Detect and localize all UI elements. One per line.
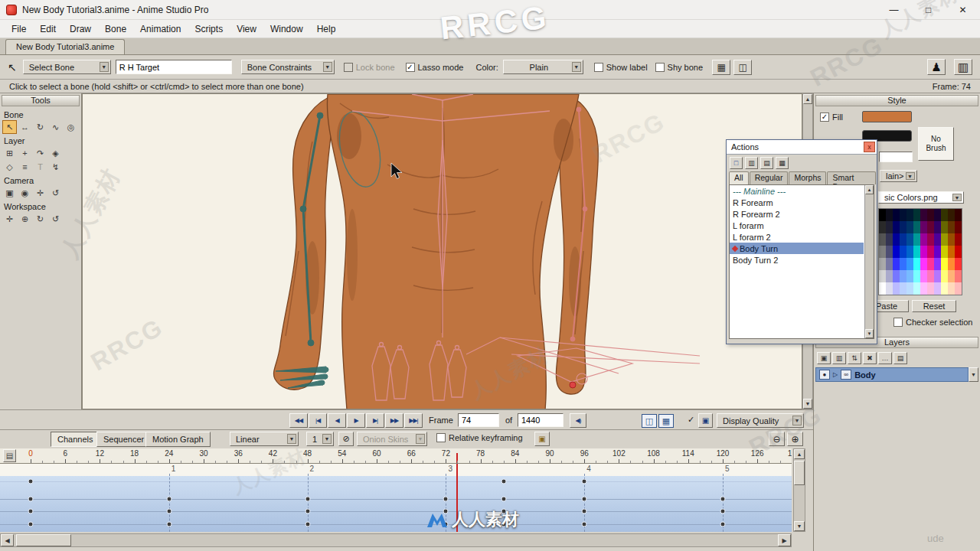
swatch-file-dropdown[interactable]: sic Colors.png ▼ [878,191,964,204]
palette-swatch[interactable] [900,209,906,221]
step-dropdown[interactable]: 1 ▼ [306,432,334,446]
swatch-name-dropdown[interactable]: lain> ▼ [880,170,917,182]
palette-swatch[interactable] [913,258,920,270]
layer-grid-tool[interactable]: ⊞ [2,146,17,160]
palette-swatch[interactable] [900,282,906,295]
scroll-left-icon[interactable]: ◀ [1,534,14,546]
palette-swatch[interactable] [900,246,906,258]
lock-bone-checkbox[interactable]: Lock bone [344,63,395,72]
show-label-box[interactable] [594,63,603,72]
palette-swatch[interactable] [879,246,886,258]
palette-swatch[interactable] [927,233,934,246]
delete-layer-button[interactable]: ✖ [863,352,877,364]
actions-tab-morphs[interactable]: Morphs [789,171,826,184]
timeline-zoom-out-button[interactable]: ⊖ [769,432,785,446]
scroll-up-icon[interactable]: ▲ [803,94,812,104]
grid-view-button[interactable]: ▦ [658,414,674,428]
action-item[interactable]: L forarm 2 [730,231,864,243]
go-start-button[interactable]: ◀◀ [289,413,308,428]
timeline-ruler[interactable]: ▤ 06121824303642485460667278849096102108… [0,448,792,464]
actions-tab-smart-bones[interactable]: Smart Bones [827,171,876,184]
rotate-workspace-tool[interactable]: ↻ [33,212,47,226]
palette-swatch[interactable] [955,221,962,233]
palette-swatch[interactable] [955,270,962,282]
palette-swatch[interactable] [941,270,948,282]
magnet-tool[interactable]: ◈ [48,146,63,160]
scroll-up-icon[interactable]: ▲ [865,185,874,194]
palette-swatch[interactable] [934,258,941,270]
proxy-button[interactable]: ▣ [698,413,713,428]
keyframe-dot[interactable] [305,509,310,514]
palette-swatch[interactable] [893,246,900,258]
timeline-vscrollbar[interactable]: ▲ ▼ [793,448,805,532]
keyframe-dot[interactable] [28,522,34,527]
prev-keyframe-button[interactable]: |◀ [309,413,327,428]
checker-box[interactable] [893,318,903,327]
library-button[interactable]: ▥ [954,59,972,75]
palette-swatch[interactable] [948,246,955,258]
document-tab[interactable]: New Body Tutorial3.anime [5,39,125,54]
palette-swatch[interactable] [886,282,893,295]
scroll-right-icon[interactable]: ▶ [778,534,791,546]
palette-swatch[interactable] [886,209,893,221]
keyframe-dot[interactable] [443,509,449,514]
keyframe-dot[interactable] [28,497,34,502]
palette-swatch[interactable] [920,209,927,221]
play-button[interactable]: ▶ [347,413,365,428]
actions-close-button[interactable]: x [864,142,875,152]
eyedropper-tool[interactable]: ↯ [48,160,63,174]
keyframe-dot[interactable] [443,522,449,527]
fill-checkbox[interactable]: ✓ Fill [820,112,843,122]
palette-swatch[interactable] [906,221,913,233]
new-action-button[interactable]: □ [730,157,743,169]
reset-button[interactable]: Reset [912,300,956,312]
menu-window[interactable]: Window [263,20,310,38]
zoom-workspace-tool[interactable]: ⊕ [18,212,32,226]
menu-bone[interactable]: Bone [98,20,133,38]
display-quality-dropdown[interactable]: Display Quality ▼ [717,413,804,428]
palette-swatch[interactable] [920,258,927,270]
palette-swatch[interactable] [934,246,941,258]
timeline-tab-channels[interactable]: Channels [51,432,100,447]
timeline-hscrollbar[interactable]: ◀ ▶ [0,533,792,547]
maximize-button[interactable]: □ [911,0,946,20]
keyframe-dot[interactable] [501,522,506,527]
show-label-checkbox[interactable]: Show label [594,63,648,72]
next-keyframe-button[interactable]: ▶▶ [385,413,403,428]
pan-camera-tool[interactable]: ✛ [33,186,47,200]
keyframe-dot[interactable] [720,509,725,514]
palette-swatch[interactable] [920,221,927,233]
actions-tab-all[interactable]: All [729,171,749,184]
palette-swatch[interactable] [920,282,927,295]
duplicate-layer-button[interactable]: ▥ [832,352,846,364]
bone-name-input[interactable] [116,60,232,74]
current-frame-line[interactable] [456,464,458,532]
lasso-mode-box[interactable]: ✓ [406,63,415,72]
actions-scrollbar[interactable]: ▲ ▼ [864,185,874,338]
palette-swatch[interactable] [934,282,941,295]
palette-swatch[interactable] [941,221,948,233]
menu-animation[interactable]: Animation [133,20,188,38]
palette-swatch[interactable] [934,270,941,282]
layer-visibility-toggle[interactable]: ● [819,370,830,380]
fill-color-swatch[interactable] [862,111,912,122]
audio-button[interactable]: ◀) [570,413,586,428]
palette-swatch[interactable] [893,282,900,295]
menu-help[interactable]: Help [310,20,343,38]
timeline-zoom-in-button[interactable]: ⊕ [787,432,803,446]
minimize-button[interactable]: — [877,0,911,20]
pan-workspace-tool[interactable]: ✛ [2,212,17,226]
go-end-button[interactable]: ▶▶| [404,413,423,428]
shy-bone-box[interactable] [655,63,665,72]
action-item[interactable]: --- Mainline --- [730,185,864,197]
palette-swatch[interactable] [900,258,906,270]
scroll-up-icon[interactable]: ▲ [794,449,805,459]
keyframe-dot[interactable] [166,522,172,527]
relative-keyframing-box[interactable] [436,433,446,442]
palette-swatch[interactable] [955,258,962,270]
palette-swatch[interactable] [941,233,948,246]
bone-constraints-dropdown[interactable]: Bone Constraints ▼ [241,60,335,74]
palette-swatch[interactable] [941,209,948,221]
canvas[interactable] [82,93,802,409]
bind-layer-button[interactable]: ◫ [733,60,752,75]
